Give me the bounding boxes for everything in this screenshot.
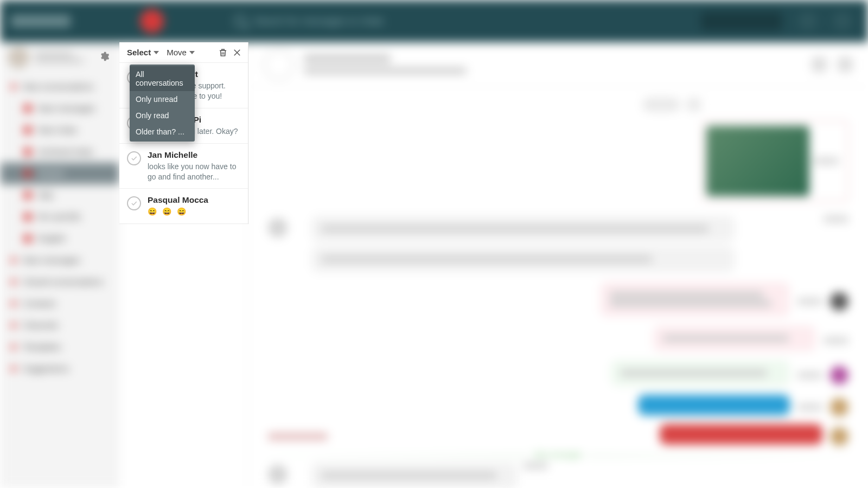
incoming-message (311, 216, 735, 242)
select-dropdown-button[interactable]: Select (125, 46, 161, 59)
sidebar-item-archived-chats[interactable]: Archived chats (0, 141, 119, 163)
trash-icon[interactable] (218, 47, 228, 58)
header-icon-1[interactable] (799, 12, 817, 30)
app-header: Search for messages or chats (0, 0, 868, 42)
sidebar-item-new-messages[interactable]: New messages (0, 98, 119, 119)
brand-wordmark (11, 15, 71, 27)
sidebar-item-new-messages-2[interactable]: New messages (0, 249, 119, 271)
conv-action-1[interactable] (812, 57, 827, 72)
select-dropdown-menu: All conversations Only unread Only read … (130, 65, 195, 142)
chevron-down-icon (189, 51, 195, 54)
sidebar-item-french[interactable]: French (0, 163, 119, 184)
conversation-row[interactable]: Jan Michelle looks like you now have to … (119, 144, 248, 189)
incoming-message (311, 463, 518, 488)
outgoing-message-red (660, 424, 822, 445)
select-checkbox[interactable] (127, 196, 141, 210)
contact-avatar (264, 49, 294, 80)
sidebar-item-english[interactable]: English (0, 228, 119, 249)
brand-logo-icon (140, 9, 164, 33)
chevron-down-icon (154, 51, 159, 54)
search-bar[interactable]: Search for messages or chats (234, 15, 384, 27)
header-icon-2[interactable] (833, 12, 852, 30)
close-icon[interactable] (232, 47, 242, 58)
gear-icon[interactable] (99, 51, 110, 62)
incoming-message (311, 246, 735, 272)
outgoing-message (611, 360, 790, 386)
conversation-name: Jan Michelle (148, 150, 240, 160)
conversation-name: Pasqual Mocca (148, 195, 240, 205)
selection-toolbar: Select Move (119, 42, 248, 63)
conv-action-2[interactable] (838, 57, 853, 72)
sidebar-item-new-conversations[interactable]: New conversations (0, 76, 119, 98)
select-option-all[interactable]: All conversations (130, 66, 195, 91)
conversation-row[interactable]: Pasqual Mocca 😄 😄 😄 (119, 189, 248, 224)
sidebar-item-italy[interactable]: Italy (0, 184, 119, 206)
outgoing-message (600, 282, 790, 317)
sidebar-item-contacts[interactable]: Contacts (0, 293, 119, 314)
select-option-older[interactable]: Older than? ... (130, 124, 195, 140)
account-pill[interactable] (701, 12, 782, 30)
conversation-preview: looks like you now have to go and find a… (148, 162, 240, 182)
conversation-pane: New messages (248, 42, 868, 488)
sidebar-item-ru-bg[interactable]: RU and BG (0, 206, 119, 228)
sidebar: New conversations New messages New chats… (0, 42, 119, 488)
sidebar-item-new-chats[interactable]: New chats (0, 119, 119, 141)
search-placeholder: Search for messages or chats (254, 16, 384, 27)
sidebar-item-suggestions[interactable]: Suggestions (0, 358, 119, 380)
move-dropdown-button[interactable]: Move (164, 46, 197, 59)
outgoing-message-blue (638, 395, 790, 415)
select-option-read[interactable]: Only read (130, 107, 195, 124)
sidebar-item-closed-conversations[interactable]: Closed conversations (0, 271, 119, 293)
sidebar-item-channels[interactable]: Channels (0, 314, 119, 336)
sidebar-item-templates[interactable]: Templates (0, 336, 119, 358)
sidebar-nav: New conversations New messages New chats… (0, 76, 119, 380)
image-message[interactable] (702, 120, 848, 202)
conversation-header (248, 42, 868, 87)
profile-avatar (8, 47, 29, 68)
outgoing-message (653, 325, 816, 351)
incoming-avatar (268, 218, 288, 237)
select-checkbox[interactable] (127, 151, 141, 165)
new-messages-separator: New messages (248, 455, 868, 456)
select-option-unread[interactable]: Only unread (130, 91, 195, 107)
search-icon (234, 15, 246, 27)
conversation-preview: 😄 😄 😄 (148, 207, 240, 217)
